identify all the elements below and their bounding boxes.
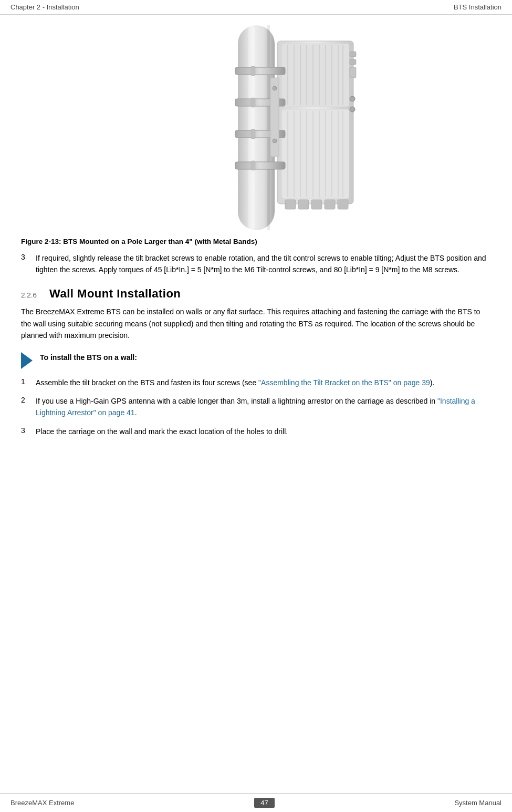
svg-point-41 — [273, 139, 277, 143]
arrow-icon — [21, 352, 33, 369]
step2-text-after: . — [135, 408, 137, 417]
svg-point-29 — [350, 96, 355, 101]
wall-step-1-text: Assemble the tilt bracket on the BTS and… — [36, 377, 434, 389]
section-title: Wall Mount Installation — [49, 287, 181, 301]
wall-step-number-2: 2 — [21, 396, 36, 404]
page-header: Chapter 2 - Installation BTS Installatio… — [0, 0, 512, 15]
footer-manual-name: System Manual — [454, 799, 501, 807]
svg-rect-27 — [350, 59, 356, 65]
svg-rect-45 — [325, 200, 335, 209]
wall-step-3: 3 Place the carriage on the wall and mar… — [21, 426, 491, 438]
wall-step-2: 2 If you use a High-Gain GPS antenna wit… — [21, 396, 491, 418]
step1-text-after: ). — [430, 378, 435, 387]
note-label: To install the BTS on a wall: — [40, 351, 137, 362]
svg-rect-4 — [281, 44, 349, 107]
svg-rect-34 — [251, 98, 255, 107]
wall-step-1: 1 Assemble the tilt bracket on the BTS a… — [21, 377, 491, 389]
wall-step-number-3: 3 — [21, 426, 36, 435]
svg-rect-44 — [311, 200, 322, 209]
svg-rect-31 — [235, 67, 285, 75]
step-number-3: 3 — [21, 253, 36, 261]
wall-mount-description: The BreezeMAX Extreme BTS can be install… — [21, 306, 491, 341]
footer-product-name: BreezeMAX Extreme — [11, 799, 74, 807]
svg-rect-2 — [267, 25, 270, 230]
svg-rect-37 — [235, 162, 285, 169]
figure-caption: Figure 2-13: BTS Mounted on a Pole Large… — [21, 238, 491, 245]
note-block: To install the BTS on a wall: — [21, 351, 491, 369]
svg-rect-42 — [285, 200, 296, 209]
chapter-label: Chapter 2 - Installation — [11, 3, 79, 11]
page-footer: BreezeMAX Extreme 47 System Manual — [0, 793, 512, 812]
svg-point-40 — [273, 86, 277, 90]
svg-rect-36 — [251, 129, 255, 139]
svg-rect-38 — [251, 161, 255, 170]
section-226-container: 2.2.6 Wall Mount Installation — [21, 287, 491, 301]
installation-steps: 1 Assemble the tilt bracket on the BTS a… — [21, 377, 491, 438]
wall-step-2-text: If you use a High-Gain GPS antenna with … — [36, 396, 491, 418]
svg-rect-43 — [298, 200, 309, 209]
page-number: 47 — [254, 798, 274, 808]
svg-point-30 — [350, 107, 355, 112]
main-content: Figure 2-13: BTS Mounted on a Pole Large… — [0, 15, 512, 460]
svg-rect-26 — [350, 52, 356, 57]
section-label-row: 2.2.6 Wall Mount Installation — [21, 287, 491, 301]
svg-rect-15 — [281, 109, 349, 199]
step2-text-before: If you use a High-Gain GPS antenna with … — [36, 397, 437, 405]
svg-rect-28 — [350, 67, 356, 78]
step1-link[interactable]: "Assembling the Tilt Bracket on the BTS"… — [258, 378, 430, 387]
section-number: 2.2.6 — [21, 291, 37, 299]
wall-step-3-text: Place the carriage on the wall and mark … — [36, 426, 288, 438]
bts-illustration — [146, 25, 367, 230]
figure-container — [21, 25, 491, 230]
svg-rect-46 — [338, 200, 348, 209]
svg-rect-1 — [248, 25, 255, 230]
step-3-before-section: 3 If required, slightly release the tilt… — [21, 253, 491, 275]
svg-rect-32 — [251, 66, 255, 76]
section-label-header: BTS Installation — [454, 3, 501, 11]
step-3-text: If required, slightly release the tilt b… — [36, 253, 491, 275]
step1-text-before: Assemble the tilt bracket on the BTS and… — [36, 378, 258, 387]
wall-step-number-1: 1 — [21, 377, 36, 386]
